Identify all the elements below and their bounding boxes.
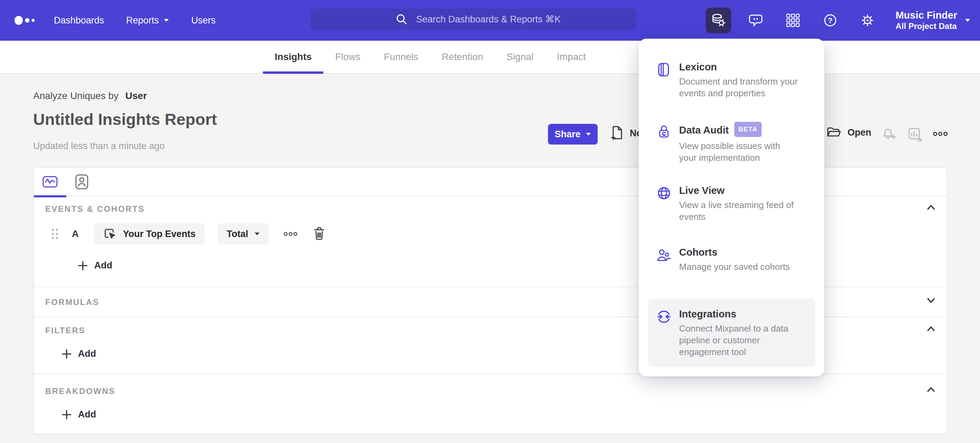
settings-button[interactable]: [855, 8, 880, 33]
collapse-breakdowns-icon[interactable]: [926, 384, 937, 395]
mixpanel-logo-icon[interactable]: [14, 13, 41, 28]
event-selector-pill[interactable]: Your Top Events: [94, 223, 205, 245]
data-management-button[interactable]: [706, 8, 731, 33]
chevron-down-icon: [585, 132, 591, 136]
feedback-button[interactable]: [743, 8, 768, 33]
more-actions-button[interactable]: [932, 130, 948, 140]
menu-item-cohorts[interactable]: Cohorts Manage your saved cohorts: [648, 237, 815, 299]
settings-gear-icon: [860, 13, 875, 28]
help-icon: ?: [822, 13, 838, 28]
nav-item-label: Reports: [126, 15, 159, 26]
menu-item-integrations[interactable]: Integrations Connect Mixpanel to a data …: [648, 299, 815, 367]
lock-icon: [655, 123, 672, 140]
metric-selector-pill[interactable]: Total: [218, 223, 269, 245]
apps-grid-button[interactable]: [780, 8, 806, 33]
nav-item-users[interactable]: Users: [191, 15, 216, 26]
bell-plus-icon: [882, 127, 897, 142]
menu-item-title: Integrations: [679, 308, 798, 320]
tab-flows[interactable]: Flows: [323, 41, 372, 73]
apps-grid-icon: [785, 13, 800, 28]
help-button[interactable]: ?: [818, 8, 843, 33]
menu-item-title: Live View: [679, 184, 798, 197]
report-tabbar: Insights Flows Funnels Retention Signal …: [0, 41, 980, 74]
tab-retention[interactable]: Retention: [430, 41, 495, 73]
nav-item-label: Dashboards: [54, 15, 104, 26]
menu-item-desc: Document and transform your events and p…: [679, 76, 798, 99]
menu-item-desc: View a live streaming feed of events: [679, 199, 798, 222]
tab-events-view[interactable]: [42, 174, 58, 190]
project-scope: All Project Data: [896, 21, 957, 32]
add-label: Add: [94, 260, 112, 271]
open-label: Open: [848, 127, 871, 138]
folder-open-icon: [826, 125, 842, 140]
event-query-row: A Your Top Events Total: [50, 223, 326, 245]
analyze-uniques-by: Analyze Uniques by User: [33, 91, 147, 102]
plus-icon: [78, 260, 88, 271]
updated-timestamp: Updated less than a minute ago: [33, 141, 165, 151]
section-label-formulas: FORMULAS: [45, 297, 99, 307]
series-letter: A: [72, 229, 79, 240]
tab-profiles-view[interactable]: [74, 174, 90, 190]
section-label-events: EVENTS & COHORTS: [45, 204, 145, 214]
add-breakdown-button[interactable]: Add: [61, 409, 96, 420]
plus-icon: [61, 349, 72, 359]
globe-icon: [655, 185, 672, 202]
share-button[interactable]: Share: [548, 124, 598, 144]
menu-item-desc: Manage your saved cohorts: [679, 261, 790, 273]
document-plus-icon: [610, 125, 625, 141]
global-search[interactable]: [310, 9, 636, 30]
add-to-board-button[interactable]: [908, 127, 923, 143]
menu-item-data-audit[interactable]: Data Audit BETA View possible issues wit…: [648, 114, 815, 175]
mixpanel-app: Dashboards Reports Users: [0, 0, 980, 443]
chart-plus-icon: [908, 127, 923, 142]
project-selector[interactable]: Music Finder All Project Data: [896, 9, 970, 32]
beta-badge: BETA: [734, 122, 762, 137]
share-label: Share: [555, 129, 581, 140]
data-management-icon: [711, 13, 726, 28]
nav-right-cluster: ? Music Finder All Project Data: [706, 0, 970, 41]
alert-plus-button[interactable]: [882, 127, 897, 143]
collapse-events-icon[interactable]: [926, 202, 937, 213]
project-name: Music Finder: [896, 9, 957, 21]
expand-formulas-icon[interactable]: [926, 295, 937, 306]
nav-item-dashboards[interactable]: Dashboards: [54, 15, 104, 26]
open-report-button[interactable]: Open: [826, 125, 871, 140]
delete-row-trash-icon[interactable]: [312, 226, 326, 241]
add-filter-button[interactable]: Add: [61, 348, 96, 359]
menu-item-desc: Connect Mixpanel to a data pipeline or c…: [679, 322, 798, 358]
drag-handle-icon[interactable]: [50, 227, 59, 241]
tab-impact[interactable]: Impact: [545, 41, 598, 73]
menu-item-title: Cohorts: [679, 246, 790, 259]
tab-signal[interactable]: Signal: [495, 41, 545, 73]
top-nav: Dashboards Reports Users: [0, 0, 980, 41]
sync-icon: [655, 308, 672, 325]
cursor-click-icon: [103, 227, 117, 241]
page-title[interactable]: Untitled Insights Report: [33, 110, 217, 129]
collapse-filters-icon[interactable]: [926, 324, 937, 334]
menu-item-desc: View possible issues with your implement…: [679, 140, 798, 164]
event-name: Your Top Events: [123, 229, 196, 240]
insights-chart-icon: [42, 174, 58, 190]
row-more-icon[interactable]: [283, 230, 298, 238]
metric-label: Total: [227, 229, 248, 240]
active-tab-underline: [34, 195, 66, 197]
search-input[interactable]: [416, 14, 609, 25]
plus-icon: [61, 410, 72, 420]
add-event-button[interactable]: Add: [78, 260, 112, 271]
tab-insights[interactable]: Insights: [263, 41, 323, 73]
analyze-value-user[interactable]: User: [125, 91, 146, 101]
tab-funnels[interactable]: Funnels: [372, 41, 430, 73]
add-label: Add: [78, 348, 96, 359]
search-icon: [395, 13, 409, 26]
nav-item-label: Users: [191, 15, 216, 26]
menu-item-lexicon[interactable]: Lexicon Document and transform your even…: [648, 52, 815, 114]
nav-item-reports[interactable]: Reports: [126, 15, 169, 26]
primary-nav: Dashboards Reports Users: [54, 15, 216, 26]
add-label: Add: [78, 409, 96, 420]
menu-item-live-view[interactable]: Live View View a live streaming feed of …: [648, 175, 815, 237]
analyze-label: Analyze Uniques by: [33, 91, 118, 101]
menu-item-title: Data Audit: [679, 124, 729, 136]
chevron-down-icon: [164, 19, 169, 22]
chevron-down-icon: [254, 232, 260, 236]
section-label-breakdowns: BREAKDOWNS: [45, 386, 115, 396]
